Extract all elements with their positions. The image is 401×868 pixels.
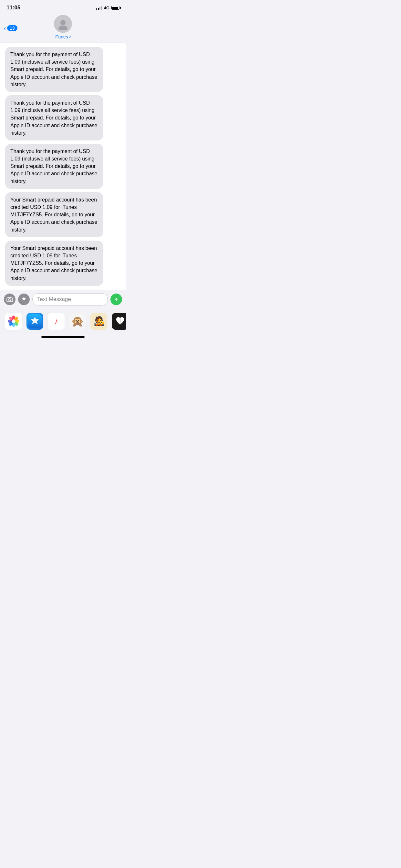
- home-bar: [41, 336, 85, 338]
- input-bar: Text Message: [0, 290, 126, 309]
- message-bubble-5: Your Smart prepaid account has been cred…: [5, 241, 103, 286]
- send-button[interactable]: [111, 293, 122, 305]
- monkey-emoji: 🙊: [71, 315, 84, 328]
- status-icons: 4G: [96, 5, 120, 10]
- home-indicator: [0, 334, 126, 340]
- message-input-wrapper[interactable]: Text Message: [32, 293, 108, 306]
- dock-person-icon[interactable]: 🧑‍🎤: [90, 313, 107, 330]
- status-bar: 11:05 4G: [0, 0, 126, 13]
- dock: ♪ 🙊 🧑‍🎤 ···: [0, 309, 126, 334]
- svg-point-3: [9, 299, 11, 301]
- battery-icon: [112, 6, 120, 10]
- heart-app-icon: [113, 314, 126, 329]
- camera-icon: [6, 297, 13, 302]
- message-bubble-2: Thank you for the payment of USD 1.09 (i…: [5, 95, 103, 141]
- contact-name[interactable]: iTunes >: [55, 34, 71, 39]
- back-chevron-icon: ‹: [3, 26, 6, 31]
- message-text-5: Your Smart prepaid account has been cred…: [10, 244, 98, 282]
- svg-text:♪: ♪: [54, 316, 58, 326]
- network-type: 4G: [104, 5, 110, 10]
- message-text-4: Your Smart prepaid account has been cred…: [10, 196, 98, 234]
- messages-area: Thank you for the payment of USD 1.09 (i…: [0, 43, 126, 290]
- camera-button[interactable]: [4, 293, 16, 305]
- status-time: 11:05: [6, 4, 20, 11]
- nav-header: ‹ 13 iTunes >: [0, 13, 126, 42]
- svg-point-14: [11, 319, 16, 323]
- dock-appstore-icon[interactable]: [27, 313, 43, 330]
- appstore-small-icon: [21, 296, 27, 303]
- message-bubble-4: Your Smart prepaid account has been cred…: [5, 192, 103, 237]
- contact-avatar[interactable]: [54, 15, 72, 33]
- svg-point-1: [58, 26, 67, 30]
- message-input-placeholder[interactable]: Text Message: [37, 296, 71, 303]
- message-bubble-1: Thank you for the payment of USD 1.09 (i…: [5, 47, 103, 92]
- dock-music-icon[interactable]: ♪: [48, 313, 65, 330]
- message-text-1: Thank you for the payment of USD 1.09 (i…: [10, 51, 98, 88]
- svg-point-0: [60, 20, 66, 25]
- back-button[interactable]: ‹ 13: [3, 25, 18, 31]
- appstore-small-button[interactable]: [18, 293, 30, 305]
- appstore-app-icon: [28, 314, 42, 329]
- dock-monkey-icon[interactable]: 🙊: [69, 313, 86, 330]
- music-app-icon: ♪: [49, 314, 63, 329]
- person-emoji: 🧑‍🎤: [93, 316, 104, 327]
- contact-name-label: iTunes: [55, 34, 68, 39]
- photos-app-icon: [6, 314, 21, 329]
- message-text-2: Thank you for the payment of USD 1.09 (i…: [10, 99, 98, 136]
- signal-icon: [96, 6, 102, 10]
- avatar-image: [57, 18, 69, 30]
- message-text-3: Thank you for the payment of USD 1.09 (i…: [10, 148, 98, 185]
- back-badge: 13: [7, 25, 18, 31]
- message-bubble-3: Thank you for the payment of USD 1.09 (i…: [5, 144, 103, 189]
- dock-heart-icon[interactable]: [112, 313, 126, 330]
- contact-chevron-icon: >: [69, 35, 71, 39]
- dock-photos-icon[interactable]: [5, 313, 22, 330]
- send-icon: [113, 297, 119, 302]
